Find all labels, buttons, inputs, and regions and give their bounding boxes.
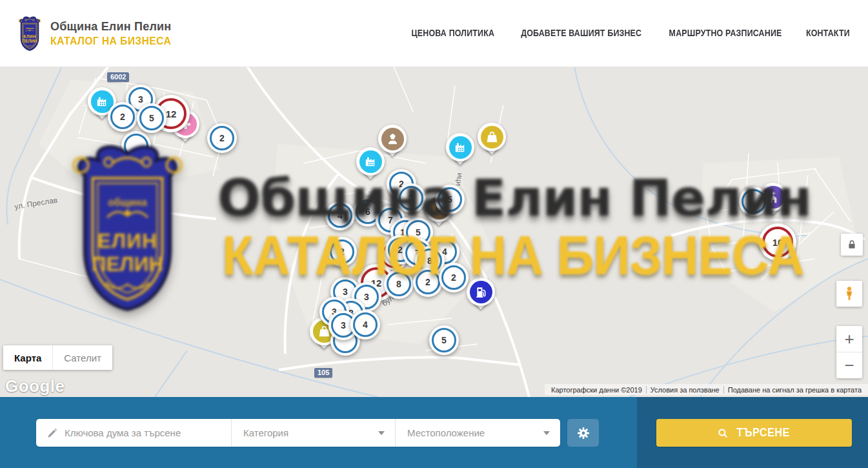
svg-text:ЕЛИН: ЕЛИН xyxy=(23,34,35,39)
cluster-marker[interactable]: 4 xyxy=(325,201,355,230)
chevron-down-icon xyxy=(543,431,550,435)
zoom-control: + − xyxy=(836,326,862,378)
map-attribution: Картографски данни ©2019 Условия за полз… xyxy=(545,384,868,395)
cluster-marker[interactable]: 8 xyxy=(384,269,414,299)
category-select[interactable]: Категория xyxy=(231,419,395,447)
cluster-marker[interactable]: 5 xyxy=(429,325,459,355)
chevron-down-icon xyxy=(378,431,385,435)
site-title: Община Елин Пелин xyxy=(50,20,174,34)
map-type-satellite-button[interactable]: Сателит xyxy=(52,345,112,370)
location-select[interactable]: Местоположение xyxy=(395,419,560,447)
map-type-map-button[interactable]: Карта xyxy=(3,345,52,370)
gear-icon xyxy=(576,425,591,441)
municipality-crest-icon: общинаЕЛИНПЕЛИН xyxy=(14,15,45,52)
street-label: ици xyxy=(454,172,465,187)
fuel-icon xyxy=(470,281,492,303)
google-logo[interactable]: Google xyxy=(5,376,65,396)
attribution-report-link[interactable]: Подаване на сигнал за грешка в картата xyxy=(723,386,865,394)
shopping-bag-icon xyxy=(481,126,503,148)
attribution-terms-link[interactable]: Условия за ползване xyxy=(646,386,723,394)
fuel-pin-marker[interactable] xyxy=(467,278,495,315)
cluster-marker[interactable]: 2 xyxy=(108,102,137,132)
cluster-marker[interactable]: 5 xyxy=(137,103,167,133)
advanced-search-button[interactable] xyxy=(567,419,599,447)
factory-pin-marker[interactable] xyxy=(446,133,474,170)
factory-icon xyxy=(359,150,382,173)
cluster-marker[interactable]: 2 xyxy=(327,237,357,267)
factory-pin-marker[interactable] xyxy=(356,147,385,185)
google-map[interactable]: 1232522356471352274812822338334510 ул. П… xyxy=(0,66,868,397)
site-logo[interactable]: общинаЕЛИНПЕЛИН Община Елин Пелин КАТАЛО… xyxy=(14,15,174,52)
search-input-group: Категория Местоположение xyxy=(36,419,560,447)
attribution-data-notice: Картографски данни ©2019 xyxy=(547,386,646,394)
search-button[interactable]: ТЪРСЕНЕ xyxy=(656,419,852,447)
cluster-marker[interactable]: 4 xyxy=(350,310,380,340)
page: общинаЕЛИНПЕЛИН Община Елин Пелин КАТАЛО… xyxy=(0,0,868,468)
zoom-in-button[interactable]: + xyxy=(836,326,862,352)
cluster-marker[interactable]: 2 xyxy=(439,263,469,292)
cluster-marker[interactable] xyxy=(121,131,151,161)
lock-icon[interactable] xyxy=(841,234,863,256)
map-type-control: Карта Сателит xyxy=(3,345,112,370)
nav-item-pricing[interactable]: ЦЕНОВА ПОЛИТИКА xyxy=(412,28,495,39)
cluster-marker[interactable]: 3 xyxy=(396,183,426,213)
nav-item-add-business[interactable]: ДОБАВЕТЕ ВАШИЯТ БИЗНЕС xyxy=(521,28,641,39)
cluster-marker[interactable]: 10 xyxy=(759,223,796,261)
cluster-marker[interactable]: 5 xyxy=(435,185,465,214)
cluster-marker[interactable]: 2 xyxy=(207,123,237,153)
factory-icon xyxy=(449,136,472,159)
svg-text:ПЕЛИН: ПЕЛИН xyxy=(23,39,37,43)
main-nav: ЦЕНОВА ПОЛИТИКА ДОБАВЕТЕ ВАШИЯТ БИЗНЕС М… xyxy=(408,0,852,66)
header: общинаЕЛИНПЕЛИН Община Елин Пелин КАТАЛО… xyxy=(0,0,868,67)
search-icon xyxy=(717,427,729,439)
shopping-bag-pin-marker[interactable] xyxy=(478,123,506,160)
pegman-icon xyxy=(841,285,858,302)
site-subtitle: КАТАЛОГ НА БИЗНЕСА xyxy=(50,36,171,47)
pencil-icon xyxy=(46,427,58,439)
search-panel: Категория Местоположение ТЪРСЕНЕ xyxy=(0,397,868,468)
svg-text:община: община xyxy=(26,27,34,30)
nav-item-contacts[interactable]: КОНТАКТИ xyxy=(806,28,850,39)
cluster-marker[interactable] xyxy=(739,187,769,216)
cluster-marker[interactable]: 2 xyxy=(413,267,443,297)
road-number-badge: 105 xyxy=(314,368,332,378)
road-number-badge: 6002 xyxy=(107,72,129,82)
nav-item-route-schedule[interactable]: МАРШРУТНО РАЗПИСАНИЕ xyxy=(669,28,782,39)
keyword-search-input[interactable] xyxy=(36,419,231,447)
zoom-out-button[interactable]: − xyxy=(836,352,862,378)
pegman-street-view-control[interactable] xyxy=(836,281,862,307)
